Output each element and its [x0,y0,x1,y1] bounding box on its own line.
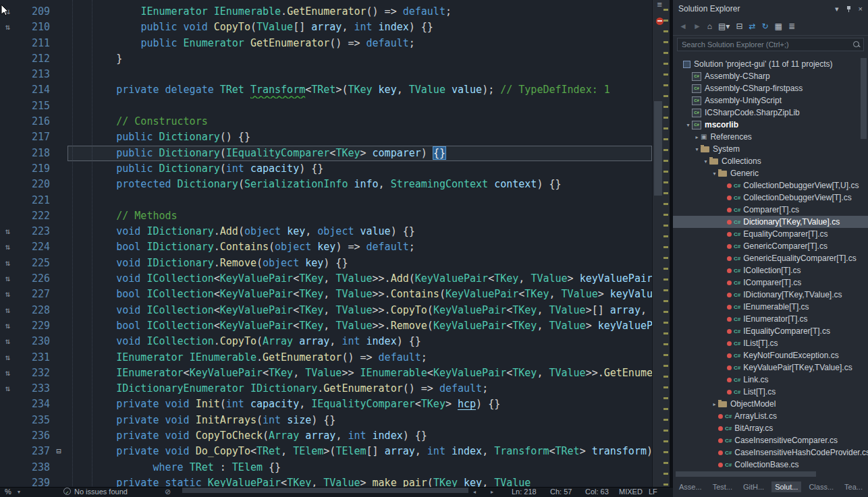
tree-item[interactable]: C#KeyValuePair[TKey,TValue].cs [673,361,868,374]
code-text[interactable]: void ICollection<KeyValuePair<TKey, TVal… [67,303,652,318]
editor-vertical-scrollbar[interactable]: ≣ [652,0,670,488]
code-text[interactable]: void IDictionary.Add(object key, object … [67,224,652,239]
tree-item[interactable]: C#GenericComparer[T].cs [673,240,868,252]
code-text[interactable]: IEnumerator IEnumerable.GetEnumerator() … [67,350,652,366]
code-text[interactable]: private delegate TRet Transform<TRet>(TK… [67,82,652,98]
code-text[interactable]: private void CopyToCheck(Array array, in… [67,428,652,444]
tree-item[interactable]: C#IDictionary[TKey,TValue].cs [673,289,868,301]
tree-item[interactable]: C#IEqualityComparer[T].cs [673,325,868,337]
tree-item[interactable]: C#KeyNotFoundException.cs [673,349,868,361]
back-icon[interactable]: ◄ [679,22,687,31]
code-text[interactable]: private static KeyValuePair<TKey, TValue… [67,475,652,488]
tree-item[interactable]: ▾Generic [673,167,868,179]
implements-icon[interactable]: ⇅ [0,381,15,397]
implements-icon[interactable]: ⇅ [0,239,15,255]
tree-item[interactable]: C#EqualityComparer[T].cs [673,228,868,240]
tree-item[interactable]: ▸▣References [673,131,868,143]
implements-icon[interactable]: ⇅ [0,287,15,302]
tree-item[interactable]: ▾Collections [673,155,868,167]
expander-collapsed-icon[interactable]: ▸ [693,134,701,140]
scroll-left-icon[interactable]: ◂ [473,488,476,496]
code-text[interactable]: private void InitArrays(int size) {} [67,413,652,428]
implements-icon[interactable]: ⇅ [0,20,15,35]
search-input[interactable] [677,38,864,51]
code-text[interactable]: private void Init(int capacity, IEqualit… [67,397,652,412]
pin-icon[interactable] [846,5,852,13]
code-text[interactable] [67,67,652,82]
code-text[interactable]: protected Dictionary(SerializationInfo i… [67,177,652,192]
code-text[interactable]: void IDictionary.Remove(object key) {} [67,256,652,271]
implements-icon[interactable]: ⇅ [0,303,15,318]
expander-expanded-icon[interactable]: ▾ [702,158,709,165]
implements-icon[interactable]: ⇅ [0,334,15,349]
editor-horizontal-scrollbar-thumb[interactable] [182,488,468,493]
tree-item[interactable]: C#IEnumerator[T].cs [673,313,868,325]
expander-collapsed-icon[interactable]: ▸ [711,401,718,407]
tree-item[interactable]: C#Assembly-CSharp [673,70,868,82]
tree-item[interactable]: C#CaseInsensitiveHashCodeProvider.cs [673,446,868,459]
tree-item[interactable]: C#ICollection[T].cs [673,264,868,276]
tree-item[interactable]: C#CollectionDebuggerView[T,U].cs [673,179,868,192]
implements-icon[interactable]: ⇅ [0,256,15,271]
tree-item[interactable]: C#Comparer[T].cs [673,204,868,216]
code-text[interactable]: public Dictionary() {} [67,129,652,145]
tree-item[interactable]: C#IEnumerable[T].cs [673,301,868,313]
tree-item[interactable]: Solution 'project-gui' (11 of 11 project… [673,58,868,70]
tree-item[interactable]: ▾System [673,143,868,155]
expander-expanded-icon[interactable]: ▾ [711,171,718,177]
code-text[interactable]: public Enumerator GetEnumerator() => def… [67,36,652,51]
code-editor[interactable]: ⇅209 IEnumerator IEnumerable.GetEnumerat… [0,0,652,488]
tree-item[interactable]: C#IList[T].cs [673,337,868,349]
tree-item[interactable]: C#GenericEqualityComparer[T].cs [673,252,868,264]
expander-expanded-icon[interactable]: ▾ [684,122,692,128]
code-text[interactable]: where TRet : TElem {} [67,460,652,475]
code-text[interactable]: bool IDictionary.Contains(object key) =>… [67,239,652,255]
implements-icon[interactable]: ⇅ [0,271,15,287]
tree-item[interactable]: C#CaseInsensitiveComparer.cs [673,434,868,446]
code-text[interactable]: // Constructors [67,114,652,129]
show-all-files-icon[interactable]: ▦ [775,22,782,31]
panel-vertical-scrollbar-thumb[interactable] [861,58,867,139]
scroll-right-icon[interactable]: ▸ [491,488,493,496]
code-text[interactable]: // Methods [67,208,652,224]
code-text[interactable] [67,98,652,114]
panel-tab-asse[interactable]: Asse... [676,481,705,492]
panel-tab-tea[interactable]: Tea... [841,481,866,492]
code-text[interactable]: bool ICollection<KeyValuePair<TKey, TVal… [67,287,652,302]
tree-item[interactable]: C#Link.cs [673,374,868,386]
tree-item[interactable]: C#CollectionDebuggerView[T].cs [673,192,868,204]
tree-item[interactable]: C#ArrayList.cs [673,410,868,422]
panel-tab-test[interactable]: Test... [709,481,736,492]
implements-icon[interactable]: ⇅ [0,366,15,381]
code-text[interactable]: IDictionaryEnumerator IDictionary.GetEnu… [67,381,652,397]
panel-tab-class[interactable]: Class... [805,481,837,492]
panel-horizontal-scrollbar-thumb[interactable] [676,471,816,477]
code-text[interactable]: public Dictionary(int capacity) {} [67,161,652,177]
tree-item[interactable]: C#Assembly-CSharp-firstpass [673,82,868,94]
panel-horizontal-scrollbar[interactable] [674,471,867,477]
panel-tab-gith[interactable]: GitH... [740,481,767,492]
tree-item[interactable]: C#Assembly-UnityScript [673,94,868,107]
sync-with-active-document-icon[interactable]: ⇄ [749,22,755,31]
code-text[interactable]: } [67,51,652,67]
zoom-caret-icon[interactable]: ▾ [18,488,20,496]
tree-item[interactable]: C#BitArray.cs [673,422,868,434]
tree-item[interactable]: C#List[T].cs [673,386,868,398]
home-icon[interactable]: ⌂ [707,22,712,31]
panel-tab-solut[interactable]: Solut... [771,481,801,492]
split-window-grip-icon[interactable]: ≣ [657,1,662,8]
tree-item[interactable]: C#Dictionary[TKey,TValue].cs [673,216,868,228]
code-text[interactable]: IEnumerator<KeyValuePair<TKey, TValue>> … [67,366,652,381]
no-issues-icon[interactable]: ✓ [63,488,71,495]
zoom-control[interactable]: % [5,488,11,496]
issues-status[interactable]: No issues found [74,488,128,496]
code-text[interactable]: void ICollection.CopyTo(Array array, int… [67,334,652,349]
implements-icon[interactable]: ⇅ [0,350,15,366]
code-text[interactable]: bool ICollection<KeyValuePair<TKey, TVal… [67,318,652,334]
implements-icon[interactable]: ⇅ [0,318,15,334]
collapse-all-icon[interactable]: ⊟ [736,22,742,31]
expander-expanded-icon[interactable]: ▾ [693,146,701,152]
tree-item[interactable]: ▾C#mscorlib [673,119,868,131]
search-icon[interactable] [853,41,859,47]
tree-item[interactable]: C#CollectionBase.cs [673,459,868,471]
